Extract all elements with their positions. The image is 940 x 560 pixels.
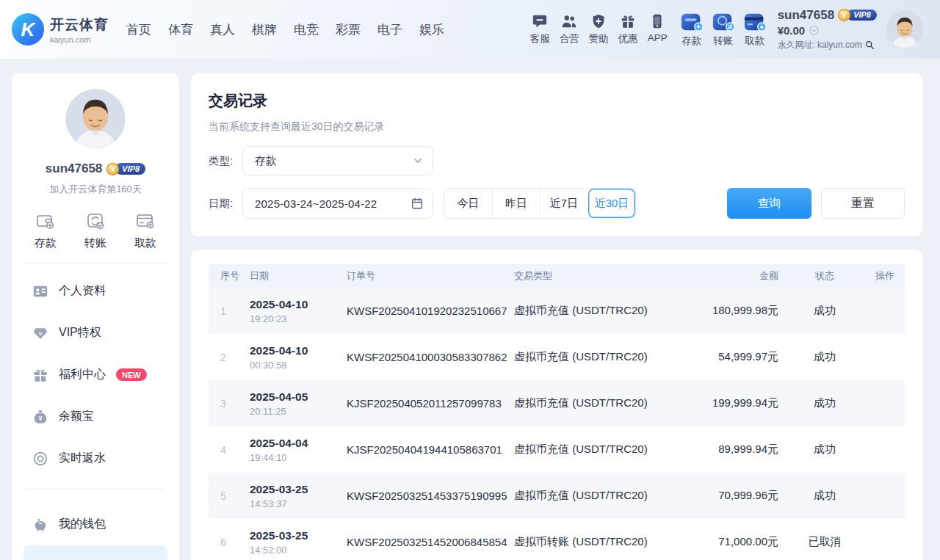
- svg-text:¥: ¥: [39, 415, 43, 422]
- row-transaction-type: 虚拟币转账 (USDT/TRC20): [505, 535, 682, 549]
- nav-item[interactable]: 娱乐: [419, 21, 444, 38]
- vip-emblem-icon: V: [838, 9, 850, 21]
- row-index: 1: [209, 305, 241, 317]
- table-header: 序号 日期 订单号 交易类型 金额 状态 操作: [209, 264, 905, 288]
- nav-item[interactable]: 棋牌: [252, 21, 277, 38]
- sidebar-menu-item[interactable]: 个人资料: [24, 270, 167, 312]
- col-date: 日期: [241, 269, 335, 283]
- sidebar-menu-wallet: 我的钱包 交易记录: [21, 498, 170, 560]
- nav-item[interactable]: 真人: [210, 21, 235, 38]
- wallet-action[interactable]: 取款: [742, 11, 767, 48]
- vip-level: VIP8: [115, 163, 145, 175]
- joined-days-text: 加入开云体育第160天: [21, 183, 170, 196]
- search-icon[interactable]: [864, 40, 875, 50]
- header-utility-item[interactable]: APP: [648, 13, 668, 46]
- date-range-value: 2025-03-24~2025-04-22: [255, 197, 377, 210]
- header-utility-item[interactable]: 合营: [560, 13, 579, 46]
- quick-action[interactable]: 取款: [120, 211, 170, 250]
- row-amount: 70,999.96元: [682, 489, 784, 503]
- nav-item[interactable]: 电子: [377, 21, 402, 38]
- table-row: 4 2025-04-04 19:44:10 KJSF20250404194410…: [209, 426, 905, 473]
- wallet-action[interactable]: 存款: [679, 11, 704, 48]
- search-button[interactable]: 查询: [727, 188, 811, 219]
- brand-logo[interactable]: K 开云体育 kaiyun.com: [12, 13, 109, 46]
- row-date: 2025-04-05 20:11:25: [241, 390, 335, 417]
- row-order-number: KWSF202503251453375190995: [335, 490, 505, 502]
- wallet-action[interactable]: 转账: [711, 11, 736, 48]
- row-order-number: KJSF202504041944105863701: [335, 443, 505, 456]
- quick-action[interactable]: 存款: [21, 211, 70, 250]
- permanent-url-label: 永久网址:: [778, 40, 815, 49]
- col-type: 交易类型: [505, 269, 682, 283]
- username: sun47658: [778, 9, 835, 21]
- table-row: 6 2025-03-25 14:52:00 KWSF20250325145200…: [209, 519, 905, 560]
- row-transaction-type: 虚拟币充值 (USDT/TRC20): [505, 350, 682, 364]
- menu-item-label: 福利中心: [59, 367, 106, 382]
- type-select-value: 存款: [255, 154, 277, 168]
- quick-range-button[interactable]: 近7日: [540, 189, 588, 218]
- quick-range-button[interactable]: 昨日: [492, 189, 540, 218]
- header-utility-item[interactable]: 赞助: [589, 13, 609, 46]
- row-status: 成功: [784, 304, 865, 318]
- header-utility-item[interactable]: 优惠: [618, 13, 638, 46]
- quick-range-button[interactable]: 今日: [444, 189, 492, 218]
- row-transaction-type: 虚拟币充值 (USDT/TRC20): [505, 396, 682, 410]
- col-index: 序号: [209, 269, 241, 283]
- header-utility-item[interactable]: 客服: [530, 13, 550, 46]
- sidebar-menu-item[interactable]: 交易记录: [24, 545, 167, 560]
- transfer-card-icon: [711, 11, 736, 33]
- date-label: 日期:: [209, 197, 242, 211]
- table-row: 5 2025-03-25 14:53:37 KWSF20250325145337…: [209, 473, 905, 519]
- page-title: 交易记录: [209, 91, 905, 111]
- deposit-card-icon: [679, 11, 704, 33]
- nav-item[interactable]: 首页: [126, 21, 151, 38]
- vip-badge[interactable]: V VIP8: [106, 163, 145, 175]
- table-body: 1 2025-04-10 19:20:23 KWSF20250410192023…: [209, 288, 905, 560]
- row-index: 5: [209, 490, 241, 502]
- date-range-input[interactable]: 2025-03-24~2025-04-22: [242, 188, 433, 219]
- row-status: 已取消: [784, 535, 865, 549]
- row-date: 2025-03-25 14:52:00: [241, 529, 335, 556]
- header-utility-group: 客服 合营 赞助 优惠 APP: [530, 13, 668, 46]
- quick-range-group: 今日昨日近7日近30日: [444, 188, 636, 219]
- filter-card: 交易记录 当前系统支持查询最近30日的交易记录 类型: 存款 日期: 2025-…: [191, 73, 922, 236]
- sidebar-menu-item[interactable]: ¥ 余额宝: [24, 396, 167, 437]
- quick-range-button[interactable]: 近30日: [588, 189, 635, 218]
- row-status: 成功: [784, 350, 865, 364]
- row-amount: 199,999.94元: [682, 396, 784, 410]
- row-amount: 71,000.00元: [682, 535, 784, 549]
- utility-label: 客服: [530, 32, 550, 46]
- username: sun47658: [46, 161, 103, 176]
- menu-item-label: 余额宝: [59, 409, 94, 424]
- content-area: sun47658 V VIP8 加入开云体育第160天 存款 转账 取款: [0, 59, 940, 560]
- sidebar-quick-actions: 存款 转账 取款: [21, 211, 170, 264]
- row-date: 2025-04-10 00:30:58: [241, 344, 335, 371]
- quick-action-label: 存款: [35, 236, 57, 250]
- vip-emblem-icon: V: [106, 163, 119, 175]
- row-amount: 180,999.98元: [682, 304, 784, 318]
- nav-item[interactable]: 彩票: [336, 21, 361, 38]
- reset-button[interactable]: 重置: [821, 188, 905, 219]
- avatar[interactable]: [65, 88, 126, 150]
- quick-action[interactable]: 转账: [70, 211, 120, 250]
- quick-action-label: 取款: [134, 236, 156, 250]
- refresh-balance-icon[interactable]: [809, 25, 820, 36]
- row-order-number: KWSF202504101920232510667: [335, 305, 505, 317]
- sidebar-menu-item[interactable]: VIP特权: [24, 312, 167, 354]
- sidebar-menu-item[interactable]: 我的钱包: [24, 503, 167, 545]
- type-select[interactable]: 存款: [242, 146, 433, 175]
- id-card-icon: [32, 283, 48, 299]
- vip-badge[interactable]: V VIP8: [838, 9, 877, 21]
- gift-solid-icon: [32, 367, 48, 383]
- row-transaction-type: 虚拟币充值 (USDT/TRC20): [505, 443, 682, 457]
- table-row: 1 2025-04-10 19:20:23 KWSF20250410192023…: [209, 288, 905, 334]
- avatar[interactable]: [886, 10, 924, 48]
- transactions-table-card: 序号 日期 订单号 交易类型 金额 状态 操作 1 2025-04-10 19:…: [191, 250, 922, 560]
- row-order-number: KWSF202504100030583307862: [335, 351, 505, 363]
- utility-label: 优惠: [618, 32, 638, 46]
- sidebar-menu-item[interactable]: 福利中心 NEW: [24, 354, 167, 396]
- page-subtitle: 当前系统支持查询最近30日的交易记录: [209, 120, 905, 134]
- nav-item[interactable]: 电竞: [294, 21, 319, 38]
- sidebar-menu-item[interactable]: 实时返水: [24, 437, 167, 479]
- nav-item[interactable]: 体育: [168, 21, 193, 38]
